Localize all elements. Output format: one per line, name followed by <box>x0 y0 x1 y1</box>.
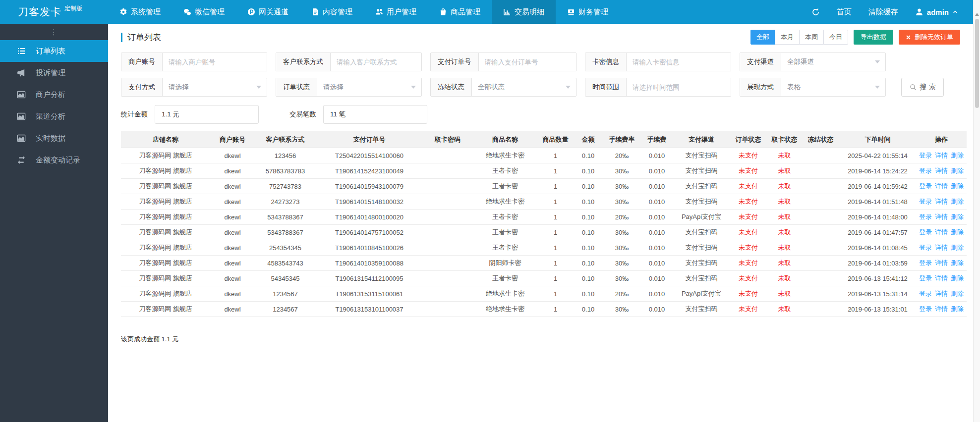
nav-item-finance-management[interactable]: 财务管理 <box>556 0 620 24</box>
login-link[interactable]: 登录 <box>919 213 932 220</box>
refresh-icon[interactable] <box>811 8 820 16</box>
user-menu[interactable]: admin <box>915 8 958 16</box>
sidebar-item-channel-analysis[interactable]: 渠道分析 <box>0 106 108 127</box>
cell-order-status: 未支付 <box>730 302 767 317</box>
sidebar-collapse-icon[interactable]: ⋮ <box>0 24 108 40</box>
nav-item-wechat-management[interactable]: 微信管理 <box>172 0 236 24</box>
card-info-input[interactable] <box>627 53 731 71</box>
scroll-up-arrow-icon[interactable] <box>975 13 979 16</box>
delete-link[interactable]: 删除 <box>951 228 964 236</box>
cell-product: 王者卡密 <box>472 179 538 194</box>
cell-product: 王者卡密 <box>472 240 538 256</box>
search-button[interactable]: 搜 索 <box>901 78 944 97</box>
delete-link[interactable]: 删除 <box>951 152 964 159</box>
export-data-button[interactable]: 导出数据 <box>854 30 893 45</box>
sidebar-item-realtime-data[interactable]: 实时数据 <box>0 127 108 149</box>
delete-link[interactable]: 删除 <box>951 213 964 220</box>
delete-link[interactable]: 删除 <box>951 305 964 313</box>
cell-fee-rate: 30‰ <box>603 302 640 317</box>
range-tab-本月[interactable]: 本月 <box>775 30 800 45</box>
time-range-input[interactable] <box>627 78 731 96</box>
range-tab-本周[interactable]: 本周 <box>799 30 824 45</box>
filter-row-1: 商户账号客户联系方式支付订单号卡密信息支付渠道全部渠道 <box>121 53 960 71</box>
detail-link[interactable]: 详情 <box>935 228 948 236</box>
delete-invalid-orders-button[interactable]: 删除无效订单 <box>899 30 960 45</box>
clear-cache-link[interactable]: 清除缓存 <box>868 7 898 17</box>
gateway-p-icon <box>247 8 255 16</box>
detail-link[interactable]: 详情 <box>935 213 948 220</box>
login-link[interactable]: 登录 <box>919 305 932 313</box>
column-header: 店铺名称 <box>121 131 210 148</box>
cell-product: 绝地求生卡密 <box>472 148 538 163</box>
detail-link[interactable]: 详情 <box>935 305 948 313</box>
delete-link[interactable]: 删除 <box>951 274 964 282</box>
payment-channel-select[interactable]: 全部渠道 <box>781 53 885 71</box>
order-status-select[interactable]: 请选择 <box>317 78 421 96</box>
merchant-account-input[interactable] <box>163 53 267 71</box>
detail-link[interactable]: 详情 <box>935 152 948 159</box>
login-link[interactable]: 登录 <box>919 167 932 174</box>
sidebar-item-complaint-management[interactable]: 投诉管理 <box>0 62 108 84</box>
detail-link[interactable]: 详情 <box>935 167 948 174</box>
wechat-icon <box>183 8 191 16</box>
delete-link[interactable]: 删除 <box>951 198 964 205</box>
detail-link[interactable]: 详情 <box>935 259 948 266</box>
payment-order-no-input[interactable] <box>479 53 576 71</box>
nav-item-system-management[interactable]: 系统管理 <box>108 0 172 24</box>
delete-link[interactable]: 删除 <box>951 259 964 266</box>
cell-fee: 0.010 <box>640 148 673 163</box>
cell-time: 2019-06-13 15:41:12 <box>839 271 916 286</box>
detail-link[interactable]: 详情 <box>935 182 948 190</box>
detail-link[interactable]: 详情 <box>935 274 948 282</box>
freeze-status-select[interactable]: 全部状态 <box>472 78 576 96</box>
payment-method-select[interactable]: 请选择 <box>163 78 267 96</box>
nav-item-gateway-channel[interactable]: 网关通道 <box>236 0 300 24</box>
cell-qty: 1 <box>538 271 573 286</box>
range-tab-全部[interactable]: 全部 <box>750 30 775 45</box>
detail-link[interactable]: 详情 <box>935 198 948 205</box>
sidebar-item-label: 渠道分析 <box>36 112 65 121</box>
cell-channel: 支付宝扫码 <box>673 148 730 163</box>
cell-amount: 0.10 <box>573 179 603 194</box>
nav-item-trade-detail[interactable]: 交易明细 <box>492 0 556 24</box>
login-link[interactable]: 登录 <box>919 259 932 266</box>
login-link[interactable]: 登录 <box>919 244 932 251</box>
column-header: 支付渠道 <box>673 131 730 148</box>
cell-time: 2019-06-13 15:31:14 <box>839 286 916 302</box>
sidebar-item-balance-change-log[interactable]: 金额变动记录 <box>0 149 108 171</box>
login-link[interactable]: 登录 <box>919 274 932 282</box>
login-link[interactable]: 登录 <box>919 290 932 297</box>
nav-item-goods-management[interactable]: 商品管理 <box>428 0 492 24</box>
detail-link[interactable]: 详情 <box>935 290 948 297</box>
cell-order-no: T190613153101100037 <box>316 302 423 317</box>
total-amount-value[interactable] <box>155 105 259 124</box>
cell-contact: 54345345 <box>255 271 316 286</box>
cell-freeze-status <box>802 240 839 256</box>
cell-order-no: T190613154112100095 <box>316 271 423 286</box>
delete-link[interactable]: 删除 <box>951 182 964 190</box>
home-link[interactable]: 首页 <box>837 7 852 17</box>
delete-link[interactable]: 删除 <box>951 244 964 251</box>
sidebar-item-order-list[interactable]: 订单列表 <box>0 40 108 62</box>
nav-item-user-management[interactable]: 用户管理 <box>364 0 428 24</box>
display-mode-select[interactable]: 表格 <box>781 78 885 96</box>
scrollbar[interactable] <box>973 0 980 422</box>
login-link[interactable]: 登录 <box>919 198 932 205</box>
detail-link[interactable]: 详情 <box>935 244 948 251</box>
login-link[interactable]: 登录 <box>919 182 932 190</box>
range-tab-今日[interactable]: 今日 <box>823 30 848 45</box>
cell-order-no: T190614010845100026 <box>316 240 423 256</box>
scrollbar-thumb[interactable] <box>975 19 979 108</box>
login-link[interactable]: 登录 <box>919 152 932 159</box>
customer-contact-input[interactable] <box>331 53 421 71</box>
exchange-icon <box>17 156 26 164</box>
nav-item-content-management[interactable]: 内容管理 <box>300 0 364 24</box>
login-link[interactable]: 登录 <box>919 228 932 236</box>
trade-count-value[interactable] <box>323 105 427 124</box>
sidebar-item-merchant-analysis[interactable]: 商户分析 <box>0 84 108 106</box>
cell-product: 阴阳师卡密 <box>472 256 538 271</box>
delete-link[interactable]: 删除 <box>951 167 964 174</box>
cell-contact: 5343788367 <box>255 225 316 240</box>
delete-link[interactable]: 删除 <box>951 290 964 297</box>
cell-fee: 0.010 <box>640 302 673 317</box>
